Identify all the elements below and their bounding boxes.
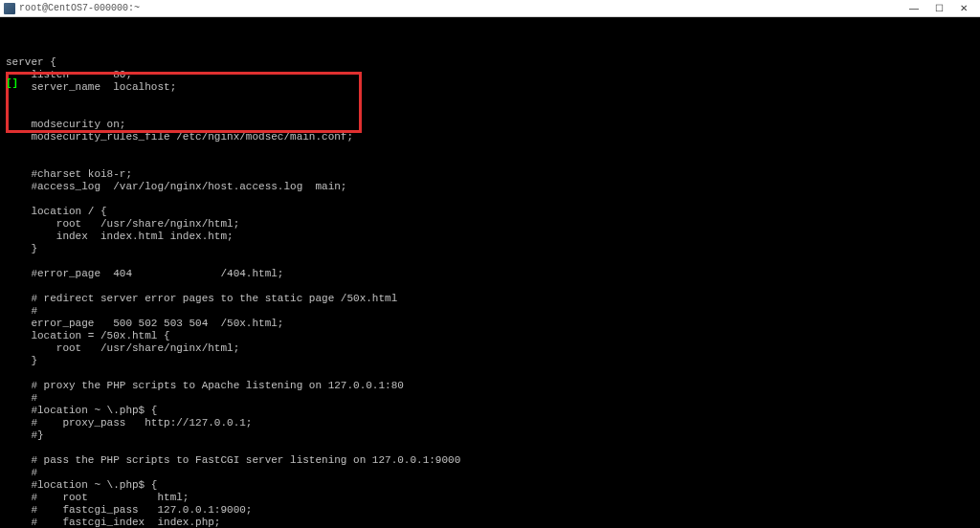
close-button[interactable]: ✕ — [951, 1, 976, 16]
terminal-icon — [4, 3, 15, 14]
terminal-content[interactable]: server { listen 80; server_name localhos… — [0, 17, 980, 528]
window-controls: — ☐ ✕ — [902, 1, 976, 16]
minimize-button[interactable]: — — [902, 1, 926, 16]
titlebar-left: root@CentOS7-000000:~ — [4, 3, 140, 14]
titlebar[interactable]: root@CentOS7-000000:~ — ☐ ✕ — [0, 0, 980, 17]
terminal-lines: server { listen 80; server_name localhos… — [6, 56, 974, 528]
cursor-indicator: [] — [6, 77, 18, 90]
terminal-window: root@CentOS7-000000:~ — ☐ ✕ server { lis… — [0, 0, 980, 528]
window-title: root@CentOS7-000000:~ — [19, 3, 140, 13]
maximize-button[interactable]: ☐ — [926, 1, 951, 16]
